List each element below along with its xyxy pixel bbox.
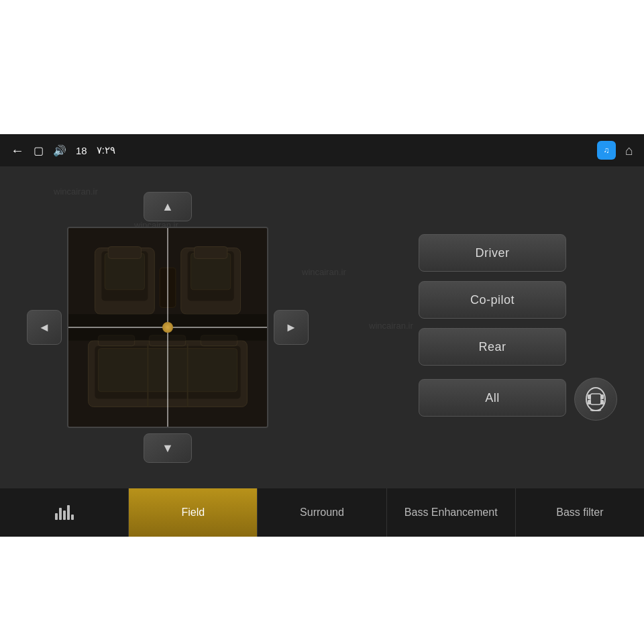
- bottom-white-space: [0, 537, 644, 644]
- home-icon[interactable]: ⌂: [625, 143, 633, 158]
- main-panel: wincairan.ir wincairan.ir wincairan.ir w…: [0, 166, 644, 488]
- tab-bass-filter[interactable]: Bass filter: [516, 488, 644, 537]
- up-arrow-icon: ▲: [162, 200, 174, 214]
- nav-up-button[interactable]: ▲: [144, 192, 192, 221]
- status-bar: ← ▢ 🔊 18 ۷:۲۹ ♫ ⌂: [0, 134, 644, 166]
- app-icon: ♫: [597, 141, 616, 160]
- tab-surround[interactable]: Surround: [258, 488, 386, 537]
- equalizer-icon: [55, 505, 74, 520]
- all-button[interactable]: All: [419, 379, 566, 417]
- svg-rect-24: [600, 400, 604, 405]
- nav-right-button[interactable]: ►: [274, 310, 309, 345]
- svg-rect-21: [588, 394, 591, 399]
- field-row: ◄: [27, 227, 309, 428]
- right-arrow-icon: ►: [285, 321, 297, 335]
- car-mode-button[interactable]: [574, 378, 617, 421]
- svg-rect-8: [194, 247, 227, 259]
- driver-button[interactable]: Driver: [419, 234, 566, 272]
- back-icon[interactable]: ←: [11, 143, 24, 158]
- zone-buttons: Driver Co-pilot Rear All: [419, 234, 617, 421]
- nav-left-button[interactable]: ◄: [27, 310, 62, 345]
- tab-bass-enhancement[interactable]: Bass Enhancement: [387, 488, 516, 537]
- status-time: ۷:۲۹: [97, 144, 115, 156]
- tab-bar: Field Surround Bass Enhancement Bass fil…: [0, 488, 644, 537]
- car-icon: [584, 387, 608, 411]
- top-white-space: [0, 0, 644, 134]
- rear-button[interactable]: Rear: [419, 328, 566, 366]
- volume-icon: 🔊: [53, 144, 66, 157]
- svg-rect-20: [590, 394, 601, 405]
- field-control: ▲ ◄: [27, 192, 309, 463]
- left-arrow-icon: ◄: [38, 321, 50, 335]
- crosshair-dot: [162, 322, 173, 333]
- tab-equalizer[interactable]: [0, 488, 129, 537]
- copilot-button[interactable]: Co-pilot: [419, 281, 566, 319]
- status-bar-left: ← ▢ 🔊 18 ۷:۲۹: [11, 143, 115, 158]
- watermark4: wincairan.ir: [369, 321, 413, 331]
- status-bar-right: ♫ ⌂: [597, 141, 633, 160]
- volume-level: 18: [76, 145, 87, 156]
- nav-down-button[interactable]: ▼: [144, 433, 192, 463]
- down-arrow-icon: ▼: [162, 441, 174, 455]
- svg-rect-4: [108, 247, 141, 259]
- svg-rect-23: [588, 400, 591, 405]
- seat-display: [67, 227, 268, 428]
- window-icon: ▢: [34, 144, 44, 157]
- svg-rect-22: [600, 394, 604, 399]
- tab-field[interactable]: Field: [129, 488, 258, 537]
